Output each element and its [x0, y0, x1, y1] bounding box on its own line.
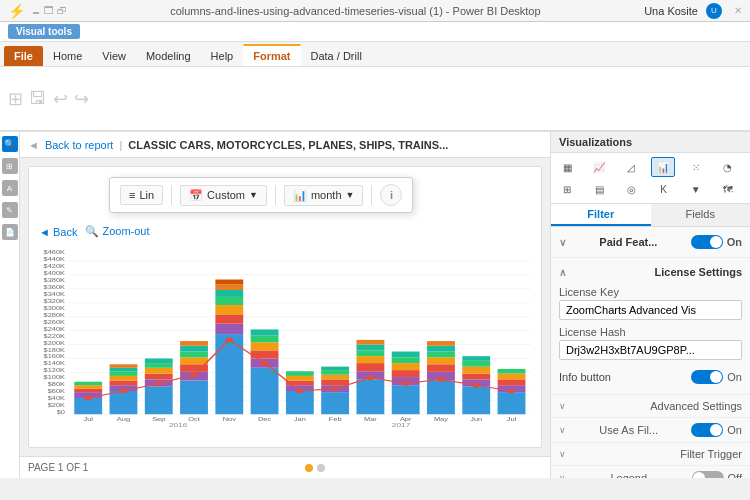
sidebar-icon-2[interactable]: A [2, 180, 18, 196]
license-hash-input[interactable] [559, 340, 742, 360]
legend-chevron: ∨ [559, 473, 566, 478]
svg-rect-64 [215, 305, 243, 314]
license-key-input[interactable] [559, 300, 742, 320]
tab-fields[interactable]: Fields [651, 204, 751, 226]
viz-icon-slicer[interactable]: ▼ [684, 179, 708, 199]
viz-icon-area[interactable]: ◿ [619, 157, 643, 177]
svg-text:$60K: $60K [48, 389, 66, 394]
month-button[interactable]: 📊 month ▼ [284, 185, 364, 206]
svg-rect-47 [110, 364, 138, 367]
svg-rect-73 [251, 335, 279, 342]
use-as-filter-section: ∨ Use As Fil... On [551, 418, 750, 443]
viz-icon-table[interactable]: ⊞ [555, 179, 579, 199]
visualizations-panel: Visualizations ▦ 📈 ◿ 📊 ⁙ ◔ ⊞ ▤ ◎ K ▼ 🗺 [551, 132, 750, 204]
svg-text:$360K: $360K [44, 284, 66, 289]
tab-modeling[interactable]: Modeling [136, 46, 201, 66]
main-area: 🔍 ⊞ A ✎ 📄 ◄ Back to report | CLASSIC CAR… [0, 132, 750, 478]
back-arrow[interactable]: ◄ [28, 139, 39, 151]
viz-icon-bar[interactable]: ▦ [555, 157, 579, 177]
chart-container: ≡ Lin 📅 Custom ▼ 📊 month ▼ i [28, 166, 542, 448]
page-dot-1[interactable] [305, 464, 313, 472]
chart-back-btn[interactable]: ◄ Back [39, 226, 77, 238]
svg-text:$200K: $200K [44, 340, 66, 345]
viz-icon-scatter[interactable]: ⁙ [684, 157, 708, 177]
svg-rect-62 [215, 324, 243, 334]
legend-toggle[interactable]: Off [692, 471, 742, 478]
filter-trigger-section[interactable]: ∨ Filter Trigger [551, 443, 750, 466]
page-footer: PAGE 1 OF 1 [20, 456, 550, 478]
viz-icon-matrix[interactable]: ▤ [587, 179, 611, 199]
title-bar-left: ⚡ 🗕 🗖 🗗 [8, 3, 67, 19]
toolbar-divider-2 [275, 185, 276, 205]
legend-toggle-label: Off [728, 472, 742, 478]
svg-rect-39 [74, 385, 102, 388]
viz-icon-pie[interactable]: ◔ [716, 157, 740, 177]
svg-point-122 [261, 361, 268, 366]
paid-features-toggle[interactable]: On [691, 235, 742, 249]
svg-text:Mar: Mar [364, 417, 377, 422]
tab-filter[interactable]: Filter [551, 204, 651, 226]
chart-zoom-btn[interactable]: 🔍 Zoom-out [85, 225, 149, 238]
ribbon-tabs: File Home View Modeling Help Format Data… [0, 42, 750, 67]
tab-file[interactable]: File [4, 46, 43, 66]
page-dot-2[interactable] [317, 464, 325, 472]
viz-icon-line[interactable]: 📈 [587, 157, 611, 177]
toolbar-divider-1 [171, 185, 172, 205]
info-button-row: Info button On [559, 366, 742, 388]
window-title: columns-and-lines-using-advanced-timeser… [170, 5, 540, 17]
advanced-settings-section[interactable]: ∨ Advanced Settings [551, 395, 750, 418]
svg-rect-88 [356, 363, 384, 371]
svg-rect-111 [462, 356, 490, 361]
back-to-report-link[interactable]: Back to report [45, 139, 113, 151]
svg-text:$180K: $180K [44, 347, 66, 352]
svg-rect-59 [180, 346, 208, 352]
info-button-toggle-label: On [727, 371, 742, 383]
svg-rect-44 [110, 376, 138, 381]
svg-text:$0: $0 [57, 410, 66, 415]
sidebar-icon-3[interactable]: ✎ [2, 202, 18, 218]
svg-rect-91 [356, 345, 384, 351]
svg-text:$20K: $20K [48, 403, 66, 408]
svg-text:Apr: Apr [400, 417, 412, 422]
svg-rect-38 [74, 389, 102, 392]
paid-features-header[interactable]: ∨ Paid Feat... On [559, 233, 742, 251]
user-avatar[interactable]: U [706, 3, 722, 19]
svg-text:Jul: Jul [83, 417, 92, 422]
legend-track[interactable] [692, 471, 724, 478]
svg-text:2016: 2016 [169, 423, 188, 427]
use-as-filter-toggle[interactable]: On [691, 423, 742, 437]
tab-view[interactable]: View [92, 46, 136, 66]
sidebar-icon-search[interactable]: 🔍 [2, 136, 18, 152]
svg-rect-86 [356, 379, 384, 414]
svg-text:$40K: $40K [48, 396, 66, 401]
sidebar-icon-1[interactable]: ⊞ [2, 158, 18, 174]
svg-text:Jan: Jan [294, 417, 307, 422]
info-button-track[interactable] [691, 370, 723, 384]
info-button[interactable]: i [380, 184, 402, 206]
svg-rect-65 [215, 297, 243, 305]
use-as-filter-label: Use As Fil... [599, 424, 658, 436]
viz-icon-gauge[interactable]: ◎ [619, 179, 643, 199]
use-as-filter-toggle-label: On [727, 424, 742, 436]
tab-help[interactable]: Help [201, 46, 244, 66]
use-as-filter-track[interactable] [691, 423, 723, 437]
viz-icon-combo[interactable]: 📊 [651, 157, 675, 177]
custom-label: Custom [207, 189, 245, 201]
toolbar-divider-3 [371, 185, 372, 205]
win-close-btn[interactable]: ✕ [734, 5, 742, 16]
sidebar-icon-4[interactable]: 📄 [2, 224, 18, 240]
tab-data-drill[interactable]: Data / Drill [301, 46, 372, 66]
license-settings-header[interactable]: ∧ License Settings [559, 264, 742, 280]
tab-format[interactable]: Format [243, 44, 300, 66]
lin-button[interactable]: ≡ Lin [120, 185, 163, 205]
tab-home[interactable]: Home [43, 46, 92, 66]
chart-area: $460K $440K $420K $400K $380K $360K $340… [39, 247, 531, 427]
viz-icon-kpi[interactable]: K [651, 179, 675, 199]
info-button-toggle[interactable]: On [691, 370, 742, 384]
svg-rect-103 [427, 352, 455, 358]
svg-rect-52 [145, 363, 173, 368]
custom-button[interactable]: 📅 Custom ▼ [180, 185, 267, 206]
paid-features-track[interactable] [691, 235, 723, 249]
viz-icon-map[interactable]: 🗺 [716, 179, 740, 199]
filter-trigger-chevron: ∨ [559, 449, 566, 459]
